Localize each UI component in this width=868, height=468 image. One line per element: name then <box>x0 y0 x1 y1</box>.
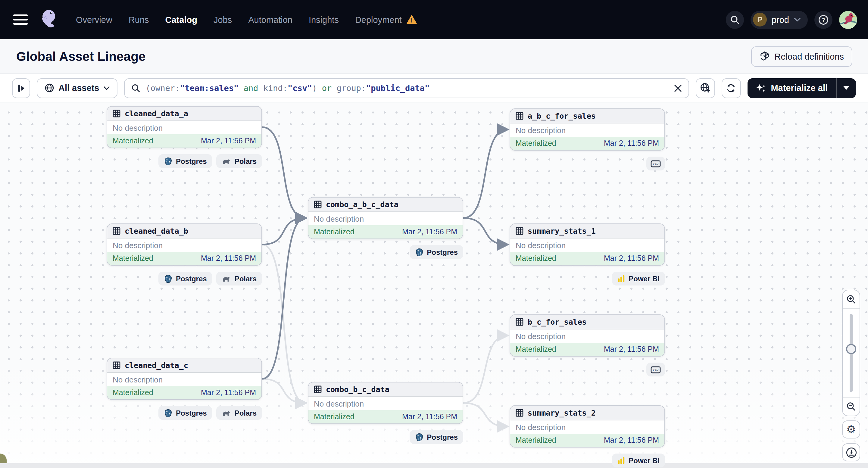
refresh-button[interactable] <box>721 78 741 98</box>
asset-node-summary_stats_1[interactable]: summary_stats_1No descriptionMaterialize… <box>509 223 665 266</box>
environment-switcher[interactable]: P prod <box>750 10 808 29</box>
asset-node-b_c_for_sales[interactable]: b_c_for_salesNo descriptionMaterializedM… <box>509 314 665 356</box>
asset-description: No description <box>510 123 664 137</box>
kind-tag-postgres[interactable]: Postgres <box>158 406 212 420</box>
materialization-timestamp: Mar 2, 11:56 PM <box>604 345 659 353</box>
asset-tags-row: csv <box>509 363 665 376</box>
zoom-out-button[interactable] <box>843 398 860 415</box>
reload-cube-icon <box>759 51 770 61</box>
user-avatar[interactable] <box>839 10 857 29</box>
asset-name: cleaned_data_c <box>125 361 188 370</box>
dagster-logo-icon[interactable] <box>38 7 59 32</box>
asset-status-row: MaterializedMar 2, 11:56 PM <box>510 137 664 150</box>
kind-tag-polars[interactable]: Polars <box>217 272 262 285</box>
nav-item-insights[interactable]: Insights <box>309 15 339 24</box>
table-icon <box>314 385 322 393</box>
nav-item-deployment[interactable]: Deployment <box>355 15 417 24</box>
kind-tag-postgres[interactable]: Postgres <box>409 430 463 444</box>
asset-node-cleaned_data_a[interactable]: cleaned_data_aNo descriptionMaterialized… <box>106 106 262 148</box>
asset-description: No description <box>107 373 261 386</box>
asset-status-row: MaterializedMar 2, 11:56 PM <box>107 386 261 399</box>
table-icon <box>113 362 121 369</box>
status-badge: Materialized <box>113 137 153 145</box>
kind-tag-csv[interactable]: csv <box>646 157 665 170</box>
postgres-icon <box>164 274 172 283</box>
filter-to-selection-button[interactable] <box>695 78 715 98</box>
kind-tag-polars[interactable]: Polars <box>217 154 262 168</box>
clear-filter-button[interactable] <box>674 84 682 92</box>
csv-icon: csv <box>651 366 661 373</box>
kind-tag-power-bi[interactable]: Power BI <box>612 454 665 467</box>
zoom-slider[interactable] <box>843 308 860 398</box>
status-badge: Materialized <box>516 436 556 444</box>
asset-node-a_b_c_for_sales[interactable]: a_b_c_for_salesNo descriptionMaterialize… <box>509 108 665 151</box>
asset-status-row: MaterializedMar 2, 11:56 PM <box>510 434 664 447</box>
asset-tags-row: PostgresPolars <box>106 272 262 285</box>
status-badge: Materialized <box>516 254 556 262</box>
materialize-all-button[interactable]: Materialize all <box>747 83 836 93</box>
status-badge: Materialized <box>113 388 153 397</box>
lineage-canvas[interactable]: ⚙ cleaned_data_aNo descriptionMaterializ… <box>0 102 868 468</box>
asset-node-summary_stats_2[interactable]: summary_stats_2No descriptionMaterialize… <box>509 405 665 447</box>
zoom-in-button[interactable] <box>843 290 860 308</box>
asset-name: combo_a_b_c_data <box>326 200 399 209</box>
asset-node-header: combo_b_c_data <box>308 382 463 397</box>
nav-item-jobs[interactable]: Jobs <box>214 15 232 24</box>
asset-node-header: cleaned_data_a <box>107 106 261 121</box>
kind-tag-csv[interactable]: csv <box>646 363 665 376</box>
search-button[interactable] <box>726 10 744 29</box>
screen: Overview Runs Catalog Jobs Automation In… <box>0 0 868 468</box>
materialization-timestamp: Mar 2, 11:56 PM <box>402 228 457 236</box>
status-badge: Materialized <box>113 254 153 262</box>
nav-right: P prod ? <box>726 10 857 29</box>
asset-filter-input[interactable]: (owner:"team:sales" and kind:"csv") or g… <box>124 78 689 98</box>
materialization-timestamp: Mar 2, 11:56 PM <box>201 388 256 397</box>
kind-tag-power-bi[interactable]: Power BI <box>612 272 665 285</box>
table-icon <box>113 227 121 235</box>
asset-name: combo_b_c_data <box>326 385 390 394</box>
asset-node-cleaned_data_c[interactable]: cleaned_data_cNo descriptionMaterialized… <box>106 358 262 400</box>
zoom-slider-handle[interactable] <box>846 344 856 354</box>
question-icon: ? <box>818 14 829 25</box>
asset-tags-row: PostgresPolars <box>106 154 262 168</box>
nav-item-catalog[interactable]: Catalog <box>165 15 197 24</box>
asset-node-combo_b_c_data[interactable]: combo_b_c_dataNo descriptionMaterialized… <box>308 382 463 424</box>
settings-button[interactable]: ⚙ <box>842 420 860 438</box>
kind-tag-label: Postgres <box>427 433 458 441</box>
search-icon <box>131 84 140 92</box>
powerbi-icon <box>617 275 625 282</box>
nav-item-runs[interactable]: Runs <box>129 15 149 24</box>
help-button[interactable]: ? <box>814 10 833 29</box>
horizontal-scrollbar[interactable] <box>0 463 868 468</box>
reload-definitions-button[interactable]: Reload definitions <box>751 46 852 67</box>
page-title: Global Asset Lineage <box>16 49 146 64</box>
menu-icon[interactable] <box>13 14 28 25</box>
download-button[interactable] <box>842 443 860 461</box>
materialization-timestamp: Mar 2, 11:56 PM <box>604 436 659 444</box>
materialization-timestamp: Mar 2, 11:56 PM <box>402 413 457 421</box>
toggle-sidebar-button[interactable] <box>12 78 30 98</box>
kind-tag-polars[interactable]: Polars <box>217 406 262 420</box>
kind-tag-postgres[interactable]: Postgres <box>158 154 212 168</box>
table-icon <box>516 409 523 417</box>
asset-description: No description <box>107 239 261 252</box>
download-icon <box>845 447 857 458</box>
asset-status-row: MaterializedMar 2, 11:56 PM <box>510 252 664 265</box>
asset-tags-row: Power BI <box>509 272 665 285</box>
asset-description: No description <box>308 212 463 225</box>
postgres-icon <box>164 157 172 165</box>
asset-node-combo_a_b_c_data[interactable]: combo_a_b_c_dataNo descriptionMaterializ… <box>308 197 463 239</box>
asset-scope-dropdown[interactable]: All assets <box>37 78 117 98</box>
asset-description: No description <box>510 330 664 343</box>
asset-node-cleaned_data_b[interactable]: cleaned_data_bNo descriptionMaterialized… <box>106 223 262 266</box>
nav-item-overview[interactable]: Overview <box>76 15 112 24</box>
nav-item-automation[interactable]: Automation <box>248 15 292 24</box>
asset-name: summary_stats_2 <box>528 408 596 417</box>
top-nav: Overview Runs Catalog Jobs Automation In… <box>0 0 868 39</box>
kind-tag-postgres[interactable]: Postgres <box>158 272 212 285</box>
edge-cleaned_data_c-to-combo_a_b_c_data <box>262 218 305 379</box>
asset-description: No description <box>107 121 261 134</box>
materialization-timestamp: Mar 2, 11:56 PM <box>604 254 659 262</box>
kind-tag-postgres[interactable]: Postgres <box>409 245 463 259</box>
materialize-options-button[interactable] <box>837 86 856 90</box>
